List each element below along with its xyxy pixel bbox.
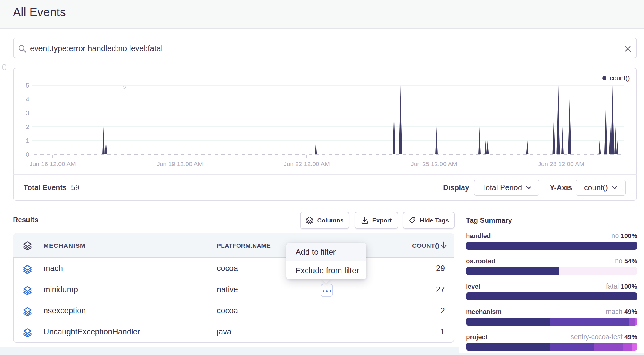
svg-text:Jun 16 12:00 AM: Jun 16 12:00 AM	[29, 160, 76, 167]
svg-text:4: 4	[26, 96, 29, 103]
svg-text:Jun 22 12:00 AM: Jun 22 12:00 AM	[284, 160, 330, 167]
svg-text:Jun 19 12:00 AM: Jun 19 12:00 AM	[157, 160, 203, 167]
svg-text:2: 2	[26, 123, 29, 130]
svg-text:0: 0	[26, 151, 29, 158]
svg-text:3: 3	[26, 109, 29, 117]
svg-text:5: 5	[26, 82, 29, 89]
svg-text:Jun 25 12:00 AM: Jun 25 12:00 AM	[411, 160, 457, 167]
svg-text:count(): count()	[610, 74, 630, 82]
svg-text:Jun 28 12:00 AM: Jun 28 12:00 AM	[538, 160, 584, 167]
svg-text:1: 1	[26, 137, 29, 144]
